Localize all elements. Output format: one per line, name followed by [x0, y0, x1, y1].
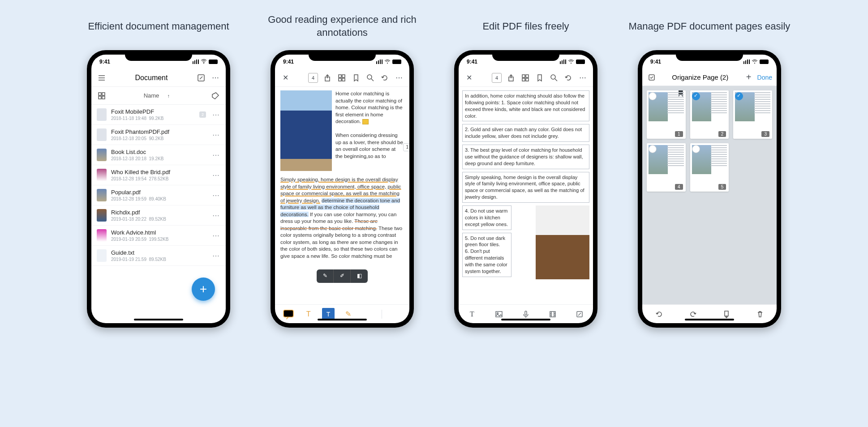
highlight-tool[interactable]: T — [302, 308, 315, 320]
rotate-left-icon[interactable] — [654, 309, 664, 319]
file-name: Who Killed the Brid.pdf — [111, 169, 208, 175]
file-more-icon[interactable]: ⋯ — [212, 252, 220, 260]
svg-point-14 — [571, 63, 572, 64]
reader-content[interactable]: Home color matching is actually the colo… — [275, 87, 409, 304]
sticky-note-icon[interactable] — [362, 119, 369, 124]
page-thumbnail[interactable]: 5 — [690, 143, 729, 192]
text-tool[interactable]: T — [467, 309, 477, 319]
more-icon[interactable]: ⋯ — [578, 73, 588, 83]
undo-icon[interactable] — [380, 73, 390, 83]
page-checkbox[interactable] — [649, 145, 657, 153]
svg-rect-5 — [102, 96, 105, 99]
file-more-icon[interactable]: ⋯ — [212, 151, 220, 159]
audio-tool[interactable] — [521, 309, 531, 319]
share-icon[interactable] — [506, 73, 516, 83]
sort-row: Name ↑ — [91, 87, 226, 105]
eraser-tool[interactable]: ◧ — [351, 269, 368, 283]
svg-rect-4 — [99, 96, 101, 99]
text-box[interactable]: 4. Do not use warm colors in kitchen exc… — [462, 205, 511, 230]
page-thumbnail[interactable]: 3 — [733, 90, 772, 139]
svg-rect-8 — [339, 75, 341, 77]
svg-rect-16 — [522, 75, 525, 77]
file-more-icon[interactable]: ⋯ — [212, 171, 220, 179]
file-more-icon[interactable]: ⋯ — [212, 231, 220, 240]
sign-tool[interactable] — [575, 309, 584, 319]
page-grid: 1 2 3 4 5 — [642, 86, 777, 304]
text-box[interactable]: In addition, home color matching should … — [462, 90, 589, 121]
svg-rect-24 — [550, 312, 555, 317]
file-row[interactable]: Book List.doc 2018-12-18 20:18 19.2KB ⋯ — [91, 145, 226, 165]
grid-view-icon[interactable] — [97, 91, 107, 101]
extract-icon[interactable] — [722, 309, 731, 319]
note-tool[interactable] — [282, 308, 295, 320]
file-meta: 2019-01-19 21.59 89.52KB — [111, 257, 208, 262]
file-row[interactable]: Foxit PhantomPDF.pdf 2018-12-18 20:05 90… — [91, 125, 226, 145]
text-box[interactable]: Simply speaking, home design is the over… — [462, 172, 589, 203]
document-image[interactable] — [536, 205, 589, 279]
page-thumbnail[interactable]: 1 — [647, 90, 686, 139]
page-checkbox[interactable] — [692, 92, 700, 100]
file-name: Book List.doc — [111, 149, 208, 155]
sort-arrow-icon[interactable]: ↑ — [163, 91, 173, 101]
page-counter[interactable]: 4 — [492, 73, 502, 83]
more-icon[interactable]: ⋯ — [394, 73, 404, 83]
sort-label[interactable]: Name — [144, 92, 159, 99]
done-button[interactable]: Done — [757, 74, 772, 81]
text-box[interactable]: 3. The best gray level of color matching… — [462, 145, 589, 169]
image-tool[interactable] — [494, 309, 504, 319]
phone-1: 9:41 Document ⋯ Name ↑ — [87, 50, 230, 328]
rotate-right-icon[interactable] — [688, 309, 698, 319]
header-title: Document — [111, 74, 192, 82]
close-icon[interactable]: ✕ — [280, 73, 290, 83]
add-button[interactable]: + — [192, 278, 215, 301]
text-box[interactable]: 2. Gold and silver can match any color. … — [462, 124, 589, 142]
bookmark-icon[interactable] — [351, 73, 361, 83]
delete-icon[interactable] — [755, 309, 765, 319]
page-checkbox[interactable] — [649, 92, 657, 100]
page-number: 2 — [718, 131, 726, 137]
search-icon[interactable] — [365, 73, 375, 83]
page-counter[interactable]: 4 — [308, 73, 318, 83]
share-icon[interactable] — [322, 73, 332, 83]
more-icon[interactable]: ⋯ — [211, 73, 220, 83]
file-row[interactable]: Work Advice.html 2019-01-19 20.59 199.52… — [91, 226, 226, 246]
home-indicator — [685, 319, 734, 320]
menu-icon[interactable] — [97, 73, 107, 83]
edit-content[interactable]: In addition, home color matching should … — [459, 87, 593, 304]
thumbnails-icon[interactable] — [520, 73, 530, 83]
text-box[interactable]: 5. Do not use dark green floor tiles. 6.… — [462, 233, 511, 277]
search-icon[interactable] — [549, 73, 559, 83]
pencil-tool[interactable]: ✎ — [317, 269, 334, 283]
color-tool[interactable] — [390, 308, 402, 320]
file-name: Work Advice.html — [111, 229, 208, 236]
close-icon[interactable]: ✕ — [464, 73, 474, 83]
file-more-icon[interactable]: ⋯ — [212, 111, 220, 119]
tag-icon[interactable] — [211, 91, 220, 101]
select-all-icon[interactable] — [647, 73, 657, 82]
add-page-icon[interactable]: + — [744, 73, 754, 82]
eraser-partial-tool[interactable]: ✐ — [334, 269, 351, 283]
file-row[interactable]: Guide.txt 2019-01-19 21.59 89.52KB ⋯ — [91, 246, 226, 266]
edit-icon[interactable] — [196, 73, 206, 83]
page-checkbox[interactable] — [692, 145, 700, 153]
file-thumbnail — [97, 249, 107, 262]
page-number: 4 — [675, 184, 683, 190]
screenshot-panel-1: Efficient document management 9:41 Docum… — [76, 0, 241, 328]
file-thumbnail — [97, 149, 107, 161]
file-row[interactable]: Who Killed the Brid.pdf 2018-12-28 19:54… — [91, 165, 226, 185]
file-row[interactable]: Richdix.pdf 2019-01-18 20:22 89.52KB ⋯ — [91, 205, 226, 226]
file-row[interactable]: Popular.pdf 2018-12-28 19:59 89.40KB ⋯ — [91, 185, 226, 205]
thumbnails-icon[interactable] — [337, 73, 347, 83]
svg-point-20 — [551, 75, 555, 79]
file-more-icon[interactable]: ⋯ — [212, 211, 220, 220]
svg-point-12 — [367, 75, 372, 79]
file-more-icon[interactable]: ⋯ — [212, 131, 220, 139]
file-row[interactable]: Foxit MobilePDF 2018-11-18 19:48 99.2KB … — [91, 105, 226, 125]
undo-icon[interactable] — [563, 73, 573, 83]
page-thumbnail[interactable]: 4 — [647, 143, 686, 192]
film-tool[interactable] — [548, 309, 558, 319]
file-more-icon[interactable]: ⋯ — [212, 191, 220, 200]
page-thumbnail[interactable]: 2 — [690, 90, 729, 139]
status-time: 9:41 — [99, 59, 122, 65]
bookmark-icon[interactable] — [535, 73, 545, 83]
